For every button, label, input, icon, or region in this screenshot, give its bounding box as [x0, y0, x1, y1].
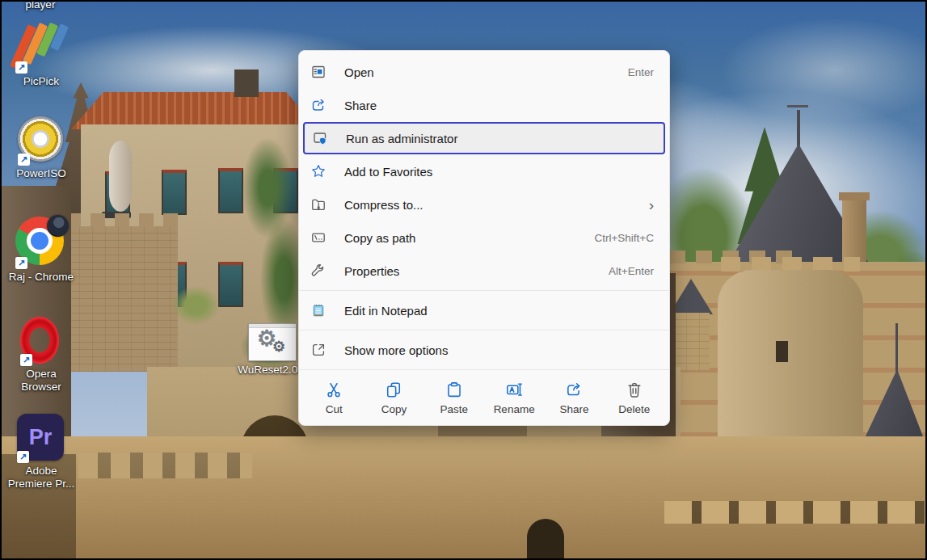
cut-button[interactable]: Cut: [304, 381, 364, 415]
desktop-icon-premiere[interactable]: Pr ↗ Adobe Premiere Pr...: [6, 414, 76, 491]
desktop-icon-label: PowerISO: [6, 167, 76, 180]
menu-item-open[interactable]: Open Enter: [303, 56, 665, 88]
desktop-icon-picpick[interactable]: ↗ PicPick: [6, 23, 76, 88]
wallpaper-tower-spire: [797, 110, 800, 147]
menu-item-shortcut: Alt+Enter: [609, 265, 654, 277]
paste-icon: [445, 381, 463, 398]
picpick-icon: ↗: [15, 23, 67, 73]
desktop: player ↗ PicPick ↗ PowerISO ↗ Raj - Chro…: [0, 0, 927, 560]
menu-item-label: Compress to...: [344, 198, 423, 212]
star-icon: [310, 163, 327, 179]
wallpaper-bottom-teeth: [664, 501, 927, 524]
share-icon: [310, 97, 327, 113]
wallpaper-rampart-teeth: [66, 213, 178, 226]
rename-button[interactable]: Rename: [484, 381, 544, 415]
premiere-icon: Pr ↗: [17, 414, 65, 462]
wallpaper-rampart: [66, 226, 178, 372]
copy-as-path-icon: [310, 229, 327, 246]
wallpaper-window: [218, 262, 243, 307]
menu-item-show-more-options[interactable]: Show more options: [303, 334, 665, 366]
shortcut-arrow-icon: ↗: [15, 257, 27, 269]
quick-action-label: Delete: [618, 403, 650, 415]
desktop-icon-label: Raj - Chrome: [4, 271, 78, 284]
wallpaper-window: [218, 168, 243, 213]
menu-item-label: Properties: [344, 264, 399, 278]
desktop-icon-chrome[interactable]: ↗ Raj - Chrome: [4, 217, 78, 284]
shortcut-arrow-icon: ↗: [18, 154, 30, 166]
menu-separator: [299, 330, 669, 331]
context-menu: Open Enter Share Run as administra: [298, 50, 670, 426]
desktop-icon-player-partial[interactable]: player: [8, 0, 73, 11]
menu-item-label: Show more options: [344, 343, 448, 357]
shortcut-arrow-icon: ↗: [20, 354, 32, 366]
desktop-icon-label: PicPick: [6, 75, 76, 88]
menu-item-label: Open: [344, 65, 374, 79]
delete-button[interactable]: Delete: [605, 381, 664, 415]
desktop-icon-label: Adobe Premiere Pr...: [6, 465, 76, 491]
submenu-chevron-icon: ›: [649, 197, 654, 213]
menu-item-shortcut: Enter: [628, 66, 654, 78]
quick-action-label: Copy: [381, 403, 407, 415]
profile-avatar: [47, 215, 69, 237]
opera-icon: ↗: [20, 317, 62, 365]
cut-icon: [325, 381, 343, 398]
desktop-icon-opera[interactable]: ↗ Opera Browser: [6, 317, 76, 394]
menu-separator: [299, 290, 669, 291]
menu-item-edit-in-notepad[interactable]: Edit in Notepad: [303, 294, 665, 326]
wallpaper-bartizan: [109, 141, 132, 212]
open-icon: [310, 64, 327, 80]
quick-action-label: Rename: [494, 403, 535, 415]
desktop-icon-label: player: [8, 0, 73, 11]
copy-icon: [385, 381, 402, 398]
properties-wrench-icon: [310, 263, 327, 279]
menu-item-label: Add to Favorites: [344, 165, 432, 179]
poweriso-icon: ↗: [18, 116, 65, 165]
delete-trash-icon: [626, 381, 643, 398]
menu-item-shortcut: Ctrl+Shift+C: [594, 232, 654, 244]
share-button[interactable]: Share: [544, 381, 604, 415]
premiere-glyph: Pr: [29, 425, 53, 450]
desktop-icon-label: Opera Browser: [6, 368, 76, 394]
rename-icon: [505, 381, 523, 398]
menu-item-run-as-administrator[interactable]: Run as administrator: [303, 122, 665, 154]
menu-item-add-to-favorites[interactable]: Add to Favorites: [303, 155, 665, 187]
show-more-options-icon: [310, 342, 327, 358]
paste-button[interactable]: Paste: [424, 381, 484, 415]
wallpaper-doorway: [527, 519, 564, 560]
wallpaper-tower-spire: [895, 323, 898, 372]
quick-actions-row: Cut Copy Paste: [299, 373, 669, 425]
wallpaper-window: [162, 170, 187, 215]
wallpaper-arrow-slit: [776, 341, 788, 362]
wallpaper-bush: [171, 286, 220, 325]
quick-action-label: Paste: [440, 403, 469, 415]
compress-icon: [310, 196, 327, 213]
menu-item-label: Run as administrator: [346, 132, 457, 145]
notepad-icon: [310, 302, 327, 318]
shortcut-arrow-icon: ↗: [17, 451, 29, 463]
share-icon: [565, 381, 583, 398]
wallpaper-weathervane: [787, 105, 808, 107]
chrome-icon: ↗: [15, 217, 67, 268]
wallpaper-mansion-chimney: [234, 69, 259, 97]
menu-item-properties[interactable]: Properties Alt+Enter: [303, 255, 665, 287]
desktop-icon-poweriso[interactable]: ↗ PowerISO: [6, 116, 76, 180]
wallpaper-turret: [673, 313, 710, 371]
menu-item-label: Copy as path: [344, 231, 415, 245]
menu-item-label: Share: [344, 99, 377, 112]
menu-separator: [299, 369, 669, 370]
batch-file-icon: ⚙ ⚙: [248, 323, 297, 361]
menu-item-copy-as-path[interactable]: Copy as path Ctrl+Shift+C: [303, 221, 665, 254]
quick-action-label: Cut: [326, 403, 343, 415]
chrome-logo-blue: [31, 232, 48, 250]
menu-item-share[interactable]: Share: [303, 89, 665, 121]
wallpaper-bottom-teeth: [78, 453, 252, 478]
gear-icon: ⚙: [272, 338, 285, 356]
shortcut-arrow-icon: ↗: [15, 61, 27, 74]
menu-item-label: Edit in Notepad: [344, 304, 428, 318]
copy-button[interactable]: Copy: [364, 381, 423, 415]
menu-item-compress-to[interactable]: Compress to... ›: [303, 188, 665, 221]
quick-action-label: Share: [559, 403, 588, 415]
run-as-administrator-icon: [312, 130, 328, 146]
wallpaper-chimney-cap: [839, 192, 870, 200]
